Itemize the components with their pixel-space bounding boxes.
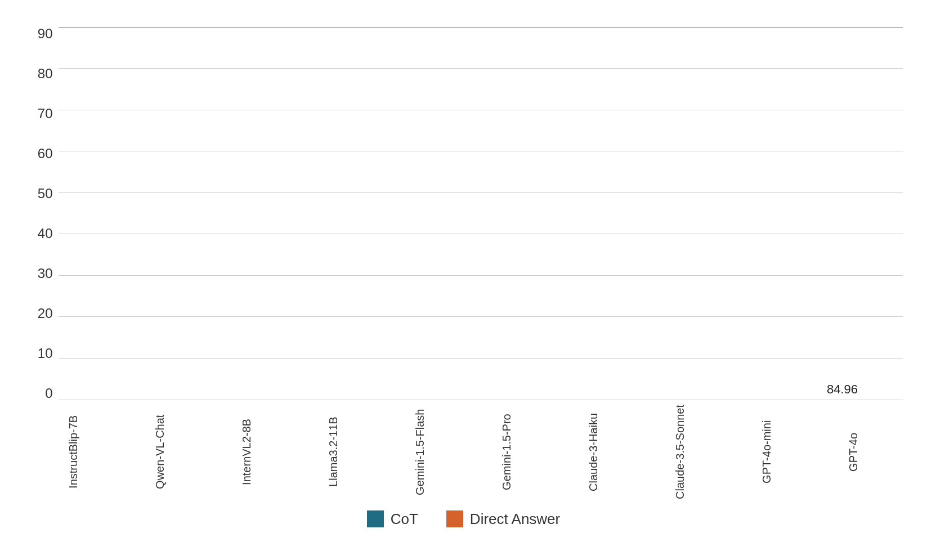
y-axis-label: 90: [25, 27, 59, 41]
x-label-group: Gemini-1.5-Pro: [464, 405, 550, 499]
y-axis-label: 30: [25, 267, 59, 280]
x-label-group: Qwen-VL-Chat: [117, 405, 204, 499]
y-axis-label: 40: [25, 227, 59, 240]
x-axis-label: InstructBlip-7B: [67, 405, 80, 499]
x-label-group: Claude-3.5-Sonnet: [637, 405, 724, 499]
x-axis-label: GPT-4o-mini: [760, 405, 773, 499]
x-axis-label: Claude-3-Haiku: [587, 405, 600, 499]
y-axis-label: 0: [25, 387, 59, 400]
x-axis-label: Gemini-1.5-Pro: [500, 405, 513, 499]
x-axis-label: Gemini-1.5-Flash: [414, 405, 427, 499]
y-axis-label: 70: [25, 107, 59, 120]
legend-item: CoT: [367, 510, 418, 528]
x-label-group: InstructBlip-7B: [30, 405, 117, 499]
x-label-group: GPT-4o: [810, 405, 897, 499]
y-axis: 0102030405060708090: [25, 27, 59, 400]
y-axis-label: 80: [25, 67, 59, 80]
y-axis-label: 10: [25, 347, 59, 360]
chart-container: 0102030405060708090 84.96 InstructBlip-7…: [25, 27, 903, 534]
x-axis-label: Claude-3.5-Sonnet: [674, 405, 687, 499]
x-label-group: Gemini-1.5-Flash: [377, 405, 464, 499]
x-axis-label: Qwen-VL-Chat: [154, 405, 167, 499]
y-axis-label: 60: [25, 147, 59, 160]
x-axis-label: GPT-4o: [847, 405, 860, 499]
x-axis-label: InternVL2-8B: [240, 405, 253, 499]
bars-row: 84.96: [59, 27, 903, 400]
x-labels: InstructBlip-7BQwen-VL-ChatInternVL2-8BL…: [25, 405, 903, 499]
legend-color-box: [367, 510, 384, 527]
legend-label: Direct Answer: [470, 510, 560, 528]
chart-area: 0102030405060708090 84.96: [25, 27, 903, 400]
y-axis-label: 20: [25, 307, 59, 320]
x-label-group: Claude-3-Haiku: [550, 405, 637, 499]
legend-color-box: [446, 510, 463, 527]
x-label-group: Llama3.2-11B: [290, 405, 377, 499]
x-label-group: InternVL2-8B: [204, 405, 290, 499]
bar-cot-value: 84.96: [827, 382, 858, 397]
x-label-group: GPT-4o-mini: [724, 405, 810, 499]
y-axis-label: 50: [25, 187, 59, 200]
legend-label: CoT: [391, 510, 418, 528]
legend-item: Direct Answer: [446, 510, 560, 528]
legend: CoTDirect Answer: [25, 510, 903, 534]
x-axis-label: Llama3.2-11B: [327, 405, 340, 499]
plot-area: 84.96: [59, 27, 903, 400]
